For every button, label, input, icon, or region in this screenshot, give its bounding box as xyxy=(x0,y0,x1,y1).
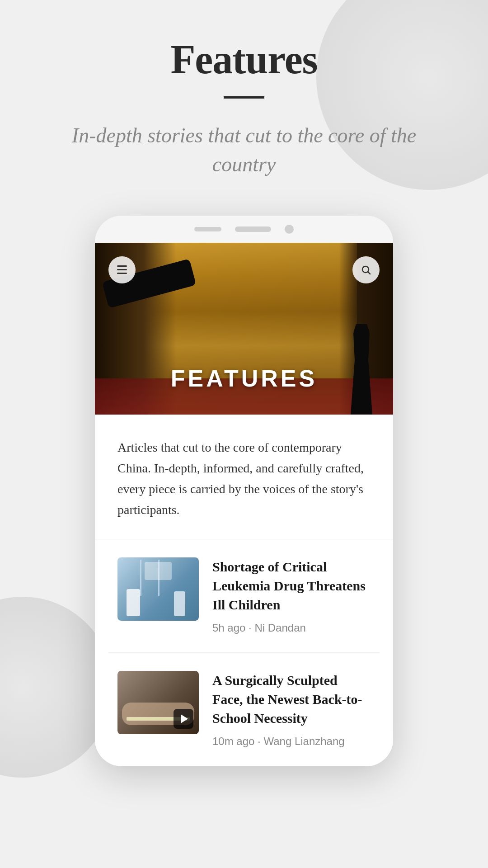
title-divider xyxy=(224,96,264,99)
phone-mockup: FEATURES Articles that cut to the core o… xyxy=(95,216,393,766)
article-title: A Surgically Sculpted Face, the Newest B… xyxy=(212,671,371,728)
article-time: 5h ago xyxy=(212,622,245,634)
phone-speaker xyxy=(235,226,271,232)
article-thumbnail xyxy=(117,671,199,734)
menu-icon xyxy=(117,265,127,274)
page-subtitle: In-depth stories that cut to the core of… xyxy=(59,121,429,179)
phone-screen: FEATURES Articles that cut to the core o… xyxy=(95,243,393,766)
search-icon xyxy=(361,264,371,275)
iv-pole-1 xyxy=(140,560,141,596)
hero-text-overlay: FEATURES xyxy=(95,365,393,392)
description-box: Articles that cut to the core of contemp… xyxy=(95,415,393,539)
article-author: Wang Lianzhang xyxy=(263,735,344,747)
person-figure-1 xyxy=(127,589,140,616)
description-text: Articles that cut to the core of contemp… xyxy=(117,437,371,521)
article-info: A Surgically Sculpted Face, the Newest B… xyxy=(212,671,371,748)
articles-list: Shortage of Critical Leukemia Drug Threa… xyxy=(95,539,393,766)
article-item[interactable]: Shortage of Critical Leukemia Drug Threa… xyxy=(108,539,380,653)
article-meta: 5h ago · Ni Dandan xyxy=(212,622,371,634)
phone-wrapper: FEATURES Articles that cut to the core o… xyxy=(0,216,488,766)
hero-section: FEATURES xyxy=(95,243,393,415)
page-title: Features xyxy=(170,36,317,83)
article-thumbnail xyxy=(117,557,199,621)
person-figure-2 xyxy=(174,591,185,616)
article-info: Shortage of Critical Leukemia Drug Threa… xyxy=(212,557,371,634)
phone-status-left xyxy=(194,227,221,231)
article-title: Shortage of Critical Leukemia Drug Threa… xyxy=(212,557,371,614)
medical-equipment xyxy=(145,562,172,580)
play-icon xyxy=(181,714,188,723)
video-play-badge xyxy=(174,709,193,729)
menu-button[interactable] xyxy=(108,256,136,283)
svg-line-1 xyxy=(368,272,371,274)
article-meta-separator: · xyxy=(249,622,254,634)
phone-status-bar xyxy=(95,216,393,243)
thumbnail-medical xyxy=(117,557,199,621)
article-meta-separator: · xyxy=(258,735,263,747)
phone-camera xyxy=(285,225,294,234)
article-item[interactable]: A Surgically Sculpted Face, the Newest B… xyxy=(108,653,380,766)
article-time: 10m ago xyxy=(212,735,254,747)
article-meta: 10m ago · Wang Lianzhang xyxy=(212,735,371,748)
article-author: Ni Dandan xyxy=(254,622,305,634)
search-button[interactable] xyxy=(352,256,380,283)
hero-label: FEATURES xyxy=(171,365,317,392)
